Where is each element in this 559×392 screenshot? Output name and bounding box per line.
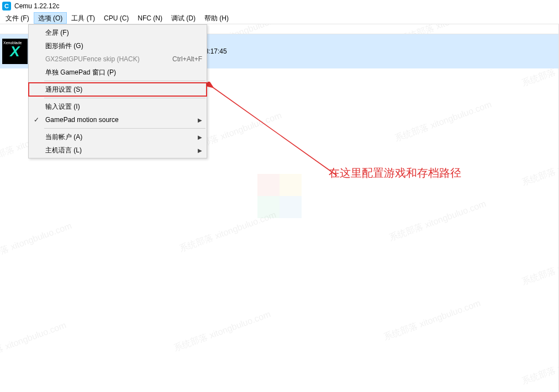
dd-motion-source[interactable]: GamePad motion source▶ [29, 113, 207, 126]
dropdown-item-label: 图形插件 (G) [45, 41, 83, 51]
menu-options[interactable]: 选项 (O) [34, 12, 67, 24]
dd-gx2fence: GX2SetGPUFence skip (HACK)Ctrl+Alt+F [29, 52, 207, 66]
game-icon: Xenoblade X [2, 39, 28, 64]
dropdown-separator [44, 128, 205, 129]
window-title: Cemu 1.22.12c [14, 2, 59, 10]
menu-cpu[interactable]: CPU (C) [99, 12, 133, 24]
dropdown-item-label: 主机语言 (L) [45, 146, 82, 155]
titlebar: C Cemu 1.22.12c [0, 0, 559, 12]
dropdown-item-label: 通用设置 (S) [45, 85, 82, 94]
dd-current-account[interactable]: 当前帐户 (A)▶ [29, 130, 207, 144]
dropdown-item-label: 当前帐户 (A) [45, 133, 82, 142]
game-icon-x: X [10, 43, 19, 60]
submenu-arrow-icon: ▶ [198, 147, 202, 153]
menu-help[interactable]: 帮助 (H) [200, 12, 233, 24]
submenu-arrow-icon: ▶ [198, 134, 202, 140]
dd-gamepad-window[interactable]: 单独 GamePad 窗口 (P) [29, 66, 207, 79]
menu-debug[interactable]: 调试 (D) [167, 12, 200, 24]
dropdown-separator [44, 98, 205, 98]
options-dropdown: 全屏 (F)图形插件 (G)GX2SetGPUFence skip (HACK)… [28, 24, 207, 158]
menubar: 文件 (F)选项 (O)工具 (T)CPU (C)NFC (N)调试 (D)帮助… [0, 12, 559, 24]
app-icon: C [2, 2, 11, 10]
menu-nfc[interactable]: NFC (N) [133, 12, 167, 24]
submenu-arrow-icon: ▶ [198, 117, 202, 123]
dropdown-item-label: GamePad motion source [45, 116, 119, 124]
menu-file[interactable]: 文件 (F) [1, 12, 34, 24]
dd-graphics-plugin[interactable]: 图形插件 (G) [29, 39, 207, 52]
menu-tools[interactable]: 工具 (T) [67, 12, 99, 24]
dropdown-item-label: GX2SetGPUFence skip (HACK) [45, 55, 140, 63]
dd-general-settings[interactable]: 通用设置 (S) [29, 83, 207, 96]
dd-console-language[interactable]: 主机语言 (L)▶ [29, 144, 207, 157]
shortcut-label: Ctrl+Alt+F [172, 55, 202, 63]
annotation-text: 在这里配置游戏和存档路径 [329, 166, 461, 181]
dd-fullscreen[interactable]: 全屏 (F) [29, 26, 207, 39]
dropdown-item-label: 全屏 (F) [45, 28, 69, 38]
dropdown-item-label: 单独 GamePad 窗口 (P) [45, 68, 116, 77]
dropdown-separator [44, 81, 205, 81]
dropdown-item-label: 输入设置 (I) [45, 102, 80, 112]
dd-input-settings[interactable]: 输入设置 (I) [29, 100, 207, 113]
